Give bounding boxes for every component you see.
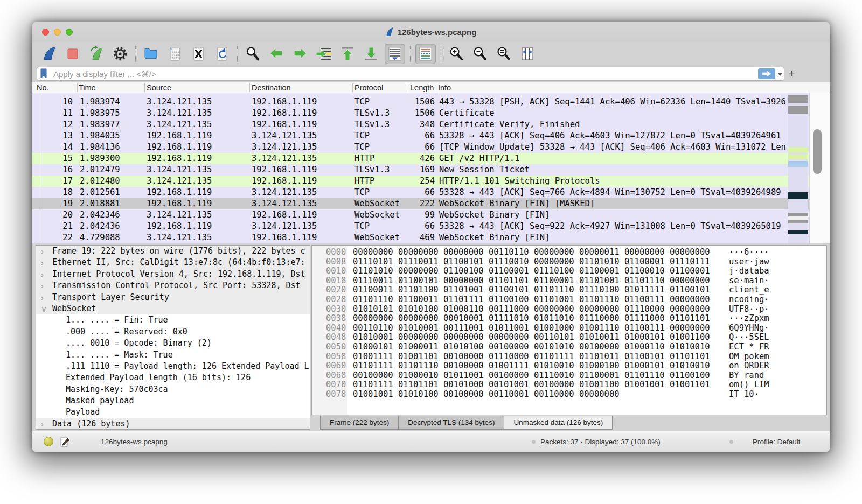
display-filter-input[interactable] [37, 67, 784, 81]
go-to-packet-icon[interactable] [314, 44, 334, 64]
filter-bookmark-icon[interactable] [40, 68, 47, 79]
tree-chevron-icon[interactable]: › [41, 246, 44, 257]
go-back-icon[interactable] [266, 44, 287, 64]
restart-capture-icon[interactable] [86, 44, 107, 64]
bytes-row[interactable]: 0000 00000000 00000000 00000000 00110110… [312, 248, 826, 257]
detail-tree-item[interactable]: .111 1110 = Payload length: 126 Extended… [36, 361, 310, 372]
detail-tree-item[interactable]: .... 0010 = Opcode: Binary (2) [36, 338, 310, 349]
column-header-source[interactable]: Source [147, 83, 171, 93]
bytes-row[interactable]: 0008 01110101 01110011 01100101 01110010… [312, 257, 826, 267]
column-header-length[interactable]: Length [410, 83, 435, 93]
byte-bits: 00100000 01000010 01011001 00100000 0111… [353, 371, 710, 381]
capture-comment-icon[interactable] [60, 437, 70, 447]
tree-chevron-icon[interactable]: › [41, 418, 44, 430]
detail-tree-item[interactable]: › Transmission Control Protocol, Src Por… [36, 280, 310, 291]
zoom-original-icon[interactable] [493, 44, 514, 64]
reload-file-icon[interactable] [212, 44, 232, 64]
bytes-row[interactable]: 0048 01010001 00000000 00000000 00000000… [312, 333, 826, 342]
save-file-binary-icon[interactable]: 010100110110110 [164, 44, 185, 64]
find-packet-icon[interactable] [242, 44, 263, 64]
resize-columns-icon[interactable] [517, 44, 538, 64]
column-header-info[interactable]: Info [438, 83, 451, 93]
bytes-row[interactable]: 0028 01101110 01100011 01101111 01100100… [312, 295, 826, 305]
toolbar-separator [441, 46, 441, 62]
packet-list-scrollbar-thumb[interactable] [813, 129, 822, 174]
add-filter-button[interactable]: + [788, 66, 795, 80]
packet-row[interactable]: 18 2.012561 192.168.1.119 3.124.121.135 … [32, 187, 830, 198]
go-to-bottom-icon[interactable] [361, 44, 381, 64]
tree-chevron-icon[interactable]: › [41, 292, 44, 303]
packet-row[interactable]: 12 1.983977 3.124.121.135 192.168.1.119 … [32, 119, 830, 130]
packet-row[interactable]: 16 2.012479 3.124.121.135 192.168.1.119 … [32, 164, 830, 176]
column-header-time[interactable]: Time [79, 83, 96, 93]
byte-view-tab[interactable]: Unmasked data (126 bytes) [504, 416, 613, 430]
status-profile[interactable]: Profile: Default [753, 438, 801, 446]
start-capture-fin-icon[interactable] [39, 44, 59, 64]
packet-row[interactable]: 13 1.984035 192.168.1.119 3.124.121.135 … [32, 130, 830, 142]
bytes-row[interactable]: 0018 01110011 01100101 00000000 01101101… [312, 276, 826, 286]
bytes-row[interactable]: 0078 01001001 01010100 00100000 00110001… [312, 390, 826, 400]
filter-dropdown-caret[interactable] [777, 73, 783, 76]
stop-capture-icon[interactable] [62, 44, 83, 64]
bytes-row[interactable]: 0068 00100000 01000010 01011001 00100000… [312, 371, 826, 381]
packet-row[interactable]: 21 2.042436 192.168.1.119 3.124.121.135 … [32, 221, 830, 232]
go-to-top-icon[interactable] [337, 44, 358, 64]
bytes-row[interactable]: 0030 01010101 01010100 01000110 00111000… [312, 305, 826, 314]
detail-tree-item[interactable]: Masking-Key: 570c03ca [36, 384, 310, 395]
column-header-destination[interactable]: Destination [252, 83, 291, 93]
zoom-in-icon[interactable] [446, 44, 467, 64]
expert-info-icon[interactable] [44, 437, 53, 446]
byte-view-tab[interactable]: Frame (222 bytes) [320, 416, 399, 430]
detail-tree-item[interactable]: › Internet Protocol Version 4, Src: 192.… [36, 269, 310, 280]
byte-view-tab[interactable]: Decrypted TLS (134 bytes) [398, 416, 504, 430]
bytes-row[interactable]: 0058 01001111 01001101 00100000 01110000… [312, 352, 826, 362]
byte-bits: 01010101 01010100 01000110 00111000 0000… [353, 305, 710, 314]
bytes-row[interactable]: 0070 01101111 01101101 00101000 00101001… [312, 380, 826, 390]
bytes-row[interactable]: 0038 00000000 00000000 00010001 01111010… [312, 314, 826, 324]
column-header-protocol[interactable]: Protocol [354, 83, 383, 93]
bytes-row[interactable]: 0020 01100011 01101100 01101001 01100101… [312, 285, 826, 295]
bytes-row[interactable]: 0060 01101111 01101110 00100000 01001111… [312, 361, 826, 371]
open-file-folder-icon[interactable] [141, 44, 161, 64]
detail-tree-item[interactable]: .000 .... = Reserved: 0x0 [36, 326, 310, 338]
packet-length: 1506 [377, 108, 435, 119]
tree-chevron-icon[interactable]: › [41, 269, 44, 280]
close-file-icon[interactable] [188, 44, 208, 64]
auto-scroll-icon[interactable] [385, 44, 405, 64]
packet-source: 3.124.121.135 [147, 119, 212, 130]
go-forward-icon[interactable] [290, 44, 310, 64]
packet-row[interactable]: 11 1.983975 3.124.121.135 192.168.1.119 … [32, 108, 830, 119]
bytes-row[interactable]: 0010 01101010 00000000 01100100 01100001… [312, 267, 826, 276]
packet-row[interactable]: 17 2.012480 3.124.121.135 192.168.1.119 … [32, 176, 830, 187]
packet-row[interactable]: 14 1.984136 192.168.1.119 3.124.121.135 … [32, 142, 830, 153]
detail-tree-item[interactable]: ∨ WebSocket [36, 303, 310, 314]
detail-tree-item[interactable]: Masked payload [36, 395, 310, 407]
packet-row[interactable]: 19 2.018881 192.168.1.119 3.124.121.135 … [32, 198, 830, 209]
tree-chevron-icon[interactable]: ∨ [41, 303, 47, 314]
detail-tree-item[interactable]: Payload [36, 407, 310, 418]
tree-chevron-icon[interactable]: › [41, 257, 44, 268]
detail-tree-item[interactable]: Extended Payload length (16 bits): 126 [36, 372, 310, 383]
intelligent-scrollbar-minimap[interactable] [788, 93, 808, 243]
detail-item-label: WebSocket [52, 303, 96, 314]
tree-chevron-icon[interactable]: › [41, 280, 44, 291]
packet-row[interactable]: 22 4.729088 3.124.121.135 192.168.1.119 … [32, 232, 830, 243]
bytes-row[interactable]: 0040 00110110 01010001 00111001 01011001… [312, 324, 826, 333]
zoom-out-icon[interactable] [470, 44, 490, 64]
detail-tree-item[interactable]: 1... .... = Mask: True [36, 349, 310, 361]
related-packet-gutter [43, 93, 43, 243]
column-header-no[interactable]: No. [37, 83, 49, 93]
detail-tree-item[interactable]: › Data (126 bytes) [36, 418, 310, 430]
packet-row[interactable]: 15 1.989300 192.168.1.119 3.124.121.135 … [32, 153, 830, 164]
detail-tree-item[interactable]: › Ethernet II, Src: CalDigit_13:e7:8c (6… [36, 257, 310, 268]
detail-tree-item[interactable]: 1... .... = Fin: True [36, 314, 310, 326]
capture-options-gear-icon[interactable] [110, 44, 130, 64]
detail-tree-item[interactable]: › Frame 19: 222 bytes on wire (1776 bits… [36, 246, 310, 257]
status-packet-counts: Packets: 37 · Displayed: 37 (100.0%) [540, 438, 661, 446]
bytes-row[interactable]: 0050 01000101 01000011 01010100 00100000… [312, 342, 826, 352]
detail-tree-item[interactable]: › Transport Layer Security [36, 292, 310, 303]
packet-row[interactable]: 20 2.042346 3.124.121.135 192.168.1.119 … [32, 209, 830, 221]
apply-filter-button[interactable] [758, 68, 775, 79]
colorize-packets-icon[interactable] [415, 44, 436, 64]
packet-row[interactable]: 10 1.983974 3.124.121.135 192.168.1.119 … [32, 96, 830, 108]
